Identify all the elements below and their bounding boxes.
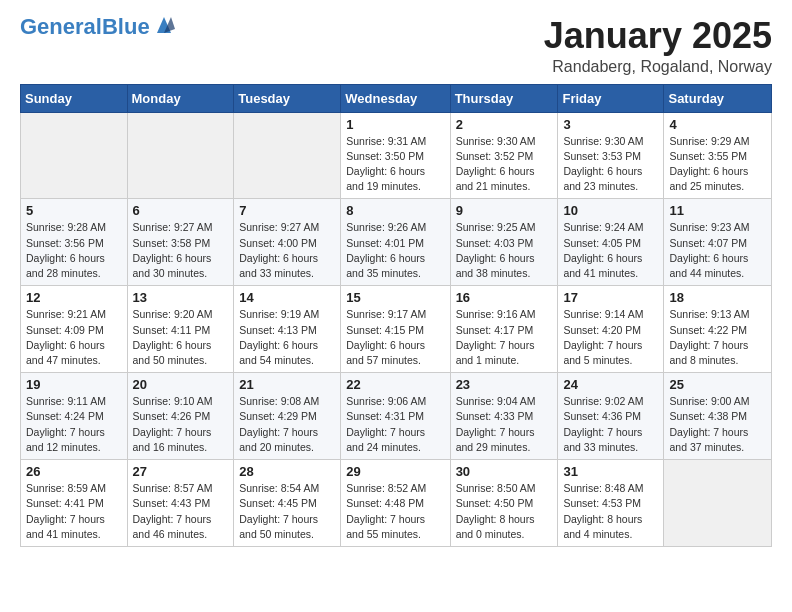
day-header-thursday: Thursday [450, 84, 558, 112]
day-info: Sunrise: 9:10 AM Sunset: 4:26 PM Dayligh… [133, 394, 229, 455]
calendar-cell: 25Sunrise: 9:00 AM Sunset: 4:38 PM Dayli… [664, 373, 772, 460]
calendar-cell: 17Sunrise: 9:14 AM Sunset: 4:20 PM Dayli… [558, 286, 664, 373]
calendar-cell: 27Sunrise: 8:57 AM Sunset: 4:43 PM Dayli… [127, 460, 234, 547]
day-info: Sunrise: 9:19 AM Sunset: 4:13 PM Dayligh… [239, 307, 335, 368]
day-number: 1 [346, 117, 444, 132]
day-header-friday: Friday [558, 84, 664, 112]
day-info: Sunrise: 9:06 AM Sunset: 4:31 PM Dayligh… [346, 394, 444, 455]
day-number: 15 [346, 290, 444, 305]
calendar-cell: 2Sunrise: 9:30 AM Sunset: 3:52 PM Daylig… [450, 112, 558, 199]
day-number: 4 [669, 117, 766, 132]
day-number: 10 [563, 203, 658, 218]
day-info: Sunrise: 9:31 AM Sunset: 3:50 PM Dayligh… [346, 134, 444, 195]
calendar-cell: 18Sunrise: 9:13 AM Sunset: 4:22 PM Dayli… [664, 286, 772, 373]
day-info: Sunrise: 9:20 AM Sunset: 4:11 PM Dayligh… [133, 307, 229, 368]
day-info: Sunrise: 9:23 AM Sunset: 4:07 PM Dayligh… [669, 220, 766, 281]
day-number: 5 [26, 203, 122, 218]
calendar-table: SundayMondayTuesdayWednesdayThursdayFrid… [20, 84, 772, 547]
day-header-wednesday: Wednesday [341, 84, 450, 112]
calendar-cell: 22Sunrise: 9:06 AM Sunset: 4:31 PM Dayli… [341, 373, 450, 460]
calendar-cell: 31Sunrise: 8:48 AM Sunset: 4:53 PM Dayli… [558, 460, 664, 547]
header: GeneralBlue January 2025 Randaberg, Roga… [20, 16, 772, 76]
calendar-cell: 30Sunrise: 8:50 AM Sunset: 4:50 PM Dayli… [450, 460, 558, 547]
subtitle: Randaberg, Rogaland, Norway [544, 58, 772, 76]
day-number: 28 [239, 464, 335, 479]
day-info: Sunrise: 8:57 AM Sunset: 4:43 PM Dayligh… [133, 481, 229, 542]
week-row-1: 1Sunrise: 9:31 AM Sunset: 3:50 PM Daylig… [21, 112, 772, 199]
day-number: 8 [346, 203, 444, 218]
day-info: Sunrise: 9:21 AM Sunset: 4:09 PM Dayligh… [26, 307, 122, 368]
day-info: Sunrise: 9:17 AM Sunset: 4:15 PM Dayligh… [346, 307, 444, 368]
day-number: 14 [239, 290, 335, 305]
day-number: 18 [669, 290, 766, 305]
week-row-4: 19Sunrise: 9:11 AM Sunset: 4:24 PM Dayli… [21, 373, 772, 460]
day-number: 26 [26, 464, 122, 479]
calendar-cell: 21Sunrise: 9:08 AM Sunset: 4:29 PM Dayli… [234, 373, 341, 460]
calendar-cell: 24Sunrise: 9:02 AM Sunset: 4:36 PM Dayli… [558, 373, 664, 460]
day-info: Sunrise: 9:16 AM Sunset: 4:17 PM Dayligh… [456, 307, 553, 368]
day-number: 20 [133, 377, 229, 392]
calendar-cell: 3Sunrise: 9:30 AM Sunset: 3:53 PM Daylig… [558, 112, 664, 199]
calendar-cell: 11Sunrise: 9:23 AM Sunset: 4:07 PM Dayli… [664, 199, 772, 286]
day-info: Sunrise: 9:30 AM Sunset: 3:53 PM Dayligh… [563, 134, 658, 195]
day-number: 29 [346, 464, 444, 479]
calendar-cell [127, 112, 234, 199]
day-info: Sunrise: 9:26 AM Sunset: 4:01 PM Dayligh… [346, 220, 444, 281]
calendar-cell: 23Sunrise: 9:04 AM Sunset: 4:33 PM Dayli… [450, 373, 558, 460]
logo-text: GeneralBlue [20, 16, 150, 38]
logo-general: General [20, 14, 102, 39]
page: GeneralBlue January 2025 Randaberg, Roga… [0, 0, 792, 563]
day-info: Sunrise: 9:04 AM Sunset: 4:33 PM Dayligh… [456, 394, 553, 455]
day-info: Sunrise: 8:52 AM Sunset: 4:48 PM Dayligh… [346, 481, 444, 542]
title-block: January 2025 Randaberg, Rogaland, Norway [544, 16, 772, 76]
days-of-week-row: SundayMondayTuesdayWednesdayThursdayFrid… [21, 84, 772, 112]
day-number: 6 [133, 203, 229, 218]
day-number: 17 [563, 290, 658, 305]
day-info: Sunrise: 8:54 AM Sunset: 4:45 PM Dayligh… [239, 481, 335, 542]
day-number: 19 [26, 377, 122, 392]
calendar-cell: 5Sunrise: 9:28 AM Sunset: 3:56 PM Daylig… [21, 199, 128, 286]
day-number: 24 [563, 377, 658, 392]
day-info: Sunrise: 9:29 AM Sunset: 3:55 PM Dayligh… [669, 134, 766, 195]
calendar-header: SundayMondayTuesdayWednesdayThursdayFrid… [21, 84, 772, 112]
day-info: Sunrise: 9:13 AM Sunset: 4:22 PM Dayligh… [669, 307, 766, 368]
calendar-cell [234, 112, 341, 199]
day-info: Sunrise: 9:25 AM Sunset: 4:03 PM Dayligh… [456, 220, 553, 281]
week-row-5: 26Sunrise: 8:59 AM Sunset: 4:41 PM Dayli… [21, 460, 772, 547]
day-info: Sunrise: 8:50 AM Sunset: 4:50 PM Dayligh… [456, 481, 553, 542]
day-number: 22 [346, 377, 444, 392]
day-number: 9 [456, 203, 553, 218]
calendar-body: 1Sunrise: 9:31 AM Sunset: 3:50 PM Daylig… [21, 112, 772, 546]
logo: GeneralBlue [20, 16, 175, 38]
day-info: Sunrise: 8:59 AM Sunset: 4:41 PM Dayligh… [26, 481, 122, 542]
week-row-2: 5Sunrise: 9:28 AM Sunset: 3:56 PM Daylig… [21, 199, 772, 286]
day-number: 25 [669, 377, 766, 392]
calendar-cell [21, 112, 128, 199]
day-number: 2 [456, 117, 553, 132]
calendar-cell: 12Sunrise: 9:21 AM Sunset: 4:09 PM Dayli… [21, 286, 128, 373]
day-number: 16 [456, 290, 553, 305]
day-number: 11 [669, 203, 766, 218]
calendar-cell: 29Sunrise: 8:52 AM Sunset: 4:48 PM Dayli… [341, 460, 450, 547]
calendar-cell: 9Sunrise: 9:25 AM Sunset: 4:03 PM Daylig… [450, 199, 558, 286]
calendar-cell: 19Sunrise: 9:11 AM Sunset: 4:24 PM Dayli… [21, 373, 128, 460]
day-number: 21 [239, 377, 335, 392]
calendar-cell: 15Sunrise: 9:17 AM Sunset: 4:15 PM Dayli… [341, 286, 450, 373]
main-title: January 2025 [544, 16, 772, 56]
calendar-cell: 7Sunrise: 9:27 AM Sunset: 4:00 PM Daylig… [234, 199, 341, 286]
calendar-cell: 1Sunrise: 9:31 AM Sunset: 3:50 PM Daylig… [341, 112, 450, 199]
day-number: 3 [563, 117, 658, 132]
day-number: 27 [133, 464, 229, 479]
day-number: 23 [456, 377, 553, 392]
logo-icon [153, 15, 175, 33]
calendar-cell: 13Sunrise: 9:20 AM Sunset: 4:11 PM Dayli… [127, 286, 234, 373]
calendar-cell: 20Sunrise: 9:10 AM Sunset: 4:26 PM Dayli… [127, 373, 234, 460]
day-number: 7 [239, 203, 335, 218]
calendar-cell [664, 460, 772, 547]
day-info: Sunrise: 9:28 AM Sunset: 3:56 PM Dayligh… [26, 220, 122, 281]
calendar-cell: 8Sunrise: 9:26 AM Sunset: 4:01 PM Daylig… [341, 199, 450, 286]
day-header-saturday: Saturday [664, 84, 772, 112]
day-number: 31 [563, 464, 658, 479]
week-row-3: 12Sunrise: 9:21 AM Sunset: 4:09 PM Dayli… [21, 286, 772, 373]
calendar-cell: 4Sunrise: 9:29 AM Sunset: 3:55 PM Daylig… [664, 112, 772, 199]
